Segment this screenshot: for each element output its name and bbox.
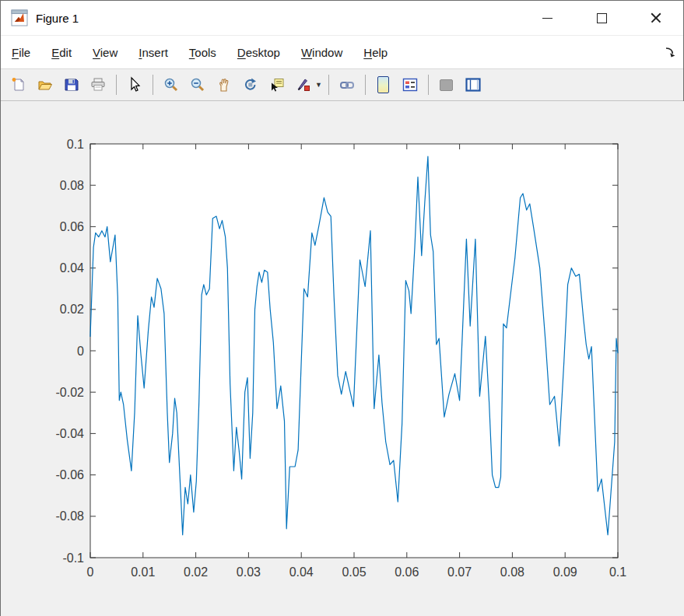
open-folder-icon [37,76,54,93]
brush-dropdown-caret[interactable]: ▼ [315,81,322,89]
data-cursor-icon [268,76,286,93]
menu-view[interactable]: View [93,46,118,59]
new-figure-icon [10,76,27,93]
minimize-icon [542,18,552,19]
menu-desktop[interactable]: Desktop [237,46,280,59]
rotate-3d-button[interactable] [239,73,262,96]
x-tick-label: 0.01 [131,565,155,579]
figure-toolbar: ▼ [1,69,683,101]
matlab-figure-icon [11,9,28,26]
y-tick-label: -0.06 [56,468,85,481]
link-plot-button[interactable] [335,73,359,96]
brush-icon [295,76,312,93]
menu-bar: File Edit View Insert Tools Desktop Wind… [1,35,683,69]
zoom-in-icon [163,76,180,93]
save-figure-button[interactable] [60,73,83,96]
legend-icon [402,76,419,93]
edit-plot-pointer-button[interactable] [123,73,146,96]
menu-help[interactable]: Help [363,46,388,59]
zoom-in-button[interactable] [160,73,183,96]
maximize-button[interactable] [574,1,629,35]
x-tick-label: 0.1 [609,565,626,579]
y-tick-label: 0.02 [60,303,84,316]
open-file-button[interactable] [33,73,57,96]
toolbar-separator [116,75,117,95]
pan-hand-icon [216,76,233,93]
y-tick-label: -0.08 [56,509,85,523]
rotate-3d-icon [242,76,259,93]
axes-box [90,144,618,558]
x-tick-label: 0.06 [395,565,419,579]
y-tick-label: 0.08 [60,179,84,192]
x-tick-label: 0.09 [553,565,577,579]
brush-data-button[interactable] [292,73,315,96]
show-plot-tools-icon [465,76,482,93]
y-tick-label: -0.04 [56,427,85,440]
insert-colorbar-button[interactable] [372,73,395,96]
colorbar-icon [377,76,389,93]
toolbar-separator [428,75,429,95]
printer-icon [89,76,107,93]
maximize-icon [597,13,607,23]
dock-figure-icon[interactable] [663,45,677,59]
x-tick-label: 0.08 [500,565,524,579]
x-tick-label: 0.05 [342,565,366,579]
y-tick-label: 0.1 [67,138,84,151]
x-tick-label: 0.04 [289,565,314,579]
link-plot-icon [338,76,356,93]
y-tick-label: -0.02 [56,386,85,399]
y-tick-label: 0 [77,345,84,358]
close-icon [651,12,661,23]
y-tick-label: 0.04 [60,261,84,275]
menu-file[interactable]: File [12,46,30,59]
data-cursor-button[interactable] [265,73,289,96]
menu-edit[interactable]: Edit [51,46,72,59]
close-button[interactable] [629,1,683,35]
toolbar-separator [153,75,153,95]
x-tick-label: 0 [87,565,94,579]
zoom-out-icon [189,76,206,93]
save-icon [63,76,80,93]
plot-area[interactable]: 00.010.020.030.040.050.060.070.080.090.1… [1,101,684,616]
show-plot-tools-button[interactable] [461,73,485,96]
x-tick-label: 0.02 [184,565,208,579]
print-figure-button[interactable] [86,73,110,96]
x-tick-label: 0.07 [447,565,472,579]
figure-canvas: 00.010.020.030.040.050.060.070.080.090.1… [1,101,684,616]
figure-window: Figure 1 File Edit View Insert Tools Des… [0,0,684,616]
minimize-button[interactable] [520,1,574,35]
title-bar[interactable]: Figure 1 [1,1,683,35]
insert-legend-button[interactable] [398,73,422,96]
menu-window[interactable]: Window [301,46,342,59]
y-tick-label: -0.1 [62,551,84,565]
toolbar-separator [328,75,329,95]
zoom-out-button[interactable] [186,73,209,96]
toolbar-separator [365,75,366,95]
window-title: Figure 1 [36,12,79,25]
x-tick-label: 0.03 [237,565,261,579]
hide-plot-tools-icon [440,79,453,91]
y-tick-label: 0.06 [60,220,84,233]
hide-plot-tools-button[interactable] [435,73,458,96]
menu-insert[interactable]: Insert [139,46,168,59]
pointer-arrow-icon [126,76,143,93]
new-figure-button[interactable] [7,73,30,96]
pan-button[interactable] [212,73,236,96]
menu-tools[interactable]: Tools [189,46,216,59]
